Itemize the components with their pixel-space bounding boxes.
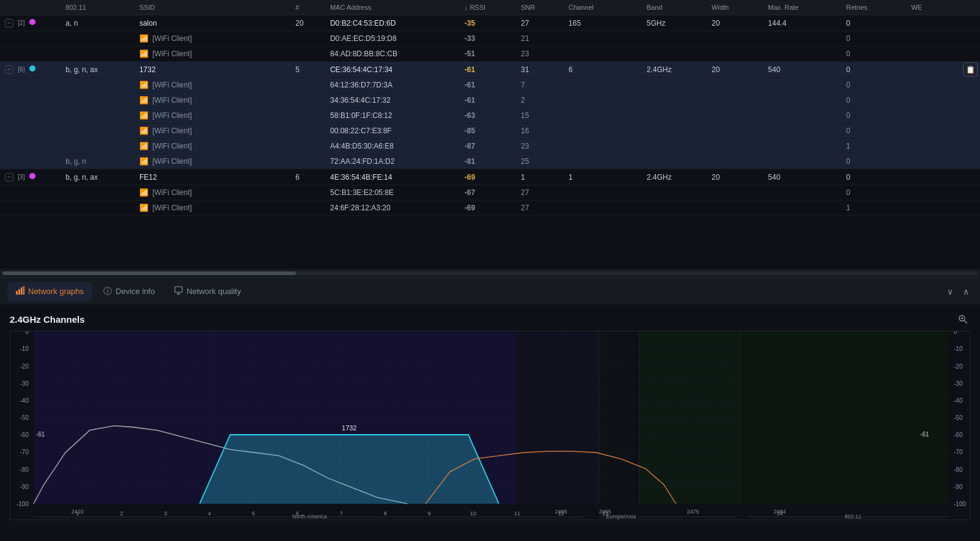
tab-network-graphs[interactable]: Network graphs bbox=[7, 282, 92, 301]
wifi-icon: 📶 bbox=[139, 50, 149, 58]
client-band bbox=[642, 46, 707, 62]
col-header-rssi[interactable]: ↓ RSSI bbox=[460, 0, 516, 15]
col-snr: 27 bbox=[516, 15, 564, 31]
client-expand-cell bbox=[0, 139, 61, 154]
col-num: 5 bbox=[290, 62, 325, 78]
client-num bbox=[290, 78, 325, 93]
client-width bbox=[707, 201, 763, 216]
client-count: [6] bbox=[18, 66, 24, 73]
network-row-net1[interactable]: − [2] a, n salon 20 D0:B2:C4:53:ED:6D -3… bbox=[0, 15, 980, 31]
client-width bbox=[707, 78, 763, 93]
collapse-btn[interactable]: − bbox=[5, 65, 13, 74]
col-channel: 6 bbox=[564, 62, 642, 78]
col-header-mac[interactable]: MAC Address bbox=[325, 0, 460, 15]
svg-text:-100: -100 bbox=[954, 501, 966, 507]
svg-text:-100: -100 bbox=[17, 501, 29, 507]
zoom-icon[interactable] bbox=[958, 314, 968, 326]
col-maxrate: 540 bbox=[763, 62, 841, 78]
svg-text:-80: -80 bbox=[20, 466, 29, 473]
svg-text:-10: -10 bbox=[20, 345, 29, 352]
client-expand-cell bbox=[0, 185, 61, 201]
client-icon bbox=[949, 139, 980, 154]
col-retries: 0 bbox=[841, 62, 906, 78]
col-header-maxrate[interactable]: Max. Rate bbox=[763, 0, 841, 15]
col-header-snr[interactable]: SNR bbox=[516, 0, 564, 15]
chart-container: 1732 -61 -61 0 -10 -20 -30 -40 -50 -60 -… bbox=[10, 331, 970, 520]
col-header-retries[interactable]: Retries bbox=[841, 0, 906, 15]
svg-text:4: 4 bbox=[208, 510, 211, 517]
client-retries: 0 bbox=[841, 154, 906, 169]
client-maxrate bbox=[763, 139, 841, 154]
client-we bbox=[906, 46, 949, 62]
scrollbar-track bbox=[2, 271, 978, 275]
client-num bbox=[290, 139, 325, 154]
svg-text:-40: -40 bbox=[954, 397, 963, 404]
table-wrapper[interactable]: 802.11 SSID # MAC Address ↓ RSSI SNR Cha… bbox=[0, 0, 980, 260]
client-num bbox=[290, 93, 325, 108]
svg-text:-50: -50 bbox=[954, 414, 963, 421]
col-maxrate: 540 bbox=[763, 169, 841, 185]
client-mac: 00:08:22:C7:E3:8F bbox=[325, 123, 460, 139]
col-header-channel[interactable]: Channel bbox=[564, 0, 642, 15]
chevron-down-icon[interactable]: ∨ bbox=[943, 284, 957, 299]
col-header-band[interactable]: Band bbox=[642, 0, 707, 15]
tab-device-info[interactable]: ⓘ Device info bbox=[95, 282, 163, 301]
col-header-width[interactable]: Width bbox=[707, 0, 763, 15]
svg-text:-80: -80 bbox=[954, 466, 963, 473]
col-we bbox=[906, 62, 949, 78]
svg-text:-30: -30 bbox=[954, 380, 963, 387]
client-num bbox=[290, 108, 325, 123]
client-width bbox=[707, 46, 763, 62]
wifi-table: 802.11 SSID # MAC Address ↓ RSSI SNR Cha… bbox=[0, 0, 980, 216]
client-channel bbox=[564, 31, 642, 46]
client-expand-cell bbox=[0, 201, 61, 216]
client-retries: 0 bbox=[841, 31, 906, 46]
scrollbar-thumb[interactable] bbox=[2, 271, 296, 275]
svg-text:-60: -60 bbox=[954, 432, 963, 438]
client-we bbox=[906, 185, 949, 201]
client-ssid-cell: 📶 [WiFi Client] bbox=[134, 154, 290, 169]
collapse-btn[interactable]: − bbox=[5, 173, 13, 182]
client-row: 📶 [WiFi Client] 24:6F:28:12:A3:20 -69 27… bbox=[0, 201, 980, 216]
col-header-80211[interactable]: 802.11 bbox=[61, 0, 134, 15]
col-rssi: -69 bbox=[460, 169, 516, 185]
network-row-net2[interactable]: − [6] b, g, n, ax 1732 5 CE:36:54:4C:17:… bbox=[0, 62, 980, 78]
client-row: 📶 [WiFi Client] D0:AE:EC:D5:19:D8 -33 21… bbox=[0, 31, 980, 46]
client-maxrate bbox=[763, 108, 841, 123]
col-retries: 0 bbox=[841, 15, 906, 31]
client-band bbox=[642, 78, 707, 93]
svg-text:9: 9 bbox=[428, 510, 431, 517]
client-row: 📶 [WiFi Client] 84:AD:8D:BB:8C:CB -51 23… bbox=[0, 46, 980, 62]
network-row-net3[interactable]: − [3] b, g, n, ax FE12 6 4E:36:54:4B:FE:… bbox=[0, 169, 980, 185]
collapse-btn[interactable]: − bbox=[5, 19, 13, 28]
col-width: 20 bbox=[707, 62, 763, 78]
svg-rect-0 bbox=[16, 291, 18, 295]
svg-text:10: 10 bbox=[470, 510, 476, 517]
col-header-ssid[interactable]: SSID bbox=[134, 0, 290, 15]
doc-icon-btn[interactable]: 📋 bbox=[963, 62, 978, 77]
svg-text:12: 12 bbox=[558, 510, 564, 517]
chevron-up-icon[interactable]: ∧ bbox=[959, 284, 973, 299]
client-mac: 34:36:54:4C:17:32 bbox=[325, 93, 460, 108]
client-expand-cell bbox=[0, 93, 61, 108]
client-icon bbox=[949, 31, 980, 46]
client-rssi: -61 bbox=[460, 93, 516, 108]
client-channel bbox=[564, 108, 642, 123]
client-we bbox=[906, 201, 949, 216]
svg-rect-1 bbox=[18, 289, 20, 295]
col-header-we[interactable]: WE bbox=[906, 0, 949, 15]
client-retries: 1 bbox=[841, 139, 906, 154]
client-retries: 0 bbox=[841, 46, 906, 62]
col-header-num[interactable]: # bbox=[290, 0, 325, 15]
client-label: [WiFi Client] bbox=[152, 204, 192, 212]
tab-network-quality[interactable]: Network quality bbox=[166, 282, 249, 301]
network-dot bbox=[29, 19, 35, 25]
col-icon-cell: 📋 bbox=[949, 62, 980, 78]
svg-text:-20: -20 bbox=[954, 363, 963, 369]
client-80211 bbox=[61, 46, 134, 62]
client-ssid-cell: 📶 [WiFi Client] bbox=[134, 46, 290, 62]
svg-text:11: 11 bbox=[514, 510, 520, 517]
client-80211 bbox=[61, 185, 134, 201]
horizontal-scrollbar[interactable] bbox=[0, 269, 980, 278]
client-mac: 24:6F:28:12:A3:20 bbox=[325, 201, 460, 216]
